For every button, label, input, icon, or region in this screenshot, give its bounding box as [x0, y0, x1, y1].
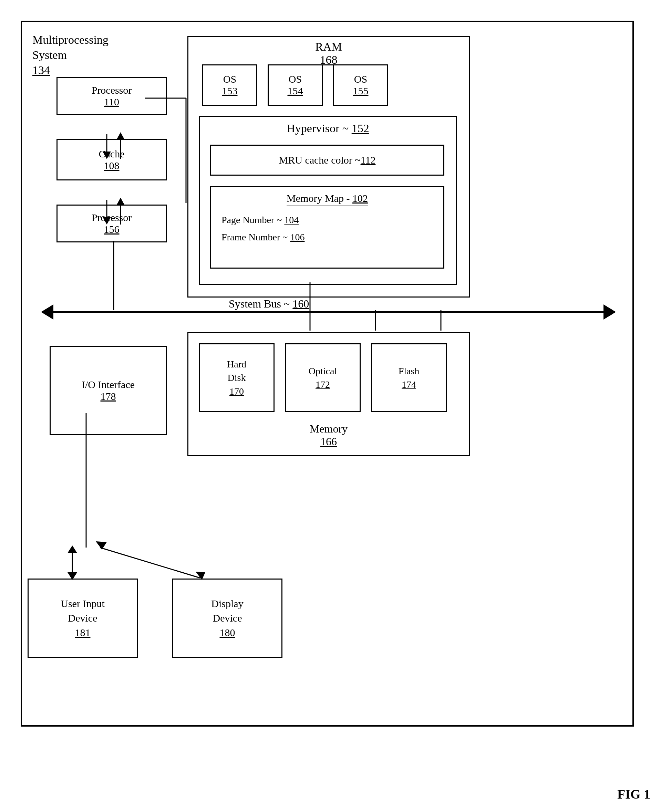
- os-box-154: OS 154: [267, 65, 323, 106]
- flash-box: Flash 174: [371, 343, 447, 412]
- mru-box: MRU cache color ~ 112: [210, 145, 444, 175]
- optical-box: Optical 172: [285, 343, 361, 412]
- mp-system-label: Multiprocessing System 134: [32, 32, 109, 78]
- cache-108-box: Cache 108: [56, 139, 167, 180]
- bus-arrow-left-icon: [41, 305, 53, 320]
- io-interface-box: I/O Interface 178: [49, 346, 167, 435]
- fig-label: FIG 1: [617, 786, 651, 802]
- memmap-title: Memory Map - 102: [286, 192, 368, 206]
- hypervisor-label: Hypervisor ~ 152: [286, 122, 369, 135]
- memmap-box: Memory Map - 102 Page Number ~ 104 Frame…: [210, 186, 444, 269]
- memmap-frame: Frame Number ~ 106: [221, 232, 305, 243]
- ram-box: RAM 168 OS 153 OS 154 OS 155: [187, 36, 470, 298]
- hard-disk-box: Hard Disk 170: [199, 343, 274, 412]
- os-row: OS 153 OS 154 OS 155: [202, 65, 388, 106]
- memmap-page: Page Number ~ 104: [221, 214, 299, 226]
- user-input-device-box: User Input Device 181: [27, 579, 138, 658]
- system-bus-line: [43, 311, 615, 313]
- system-bus-label: System Bus ~ 160: [229, 298, 309, 310]
- page: Multiprocessing System 134 RAM 168 OS 15…: [0, 0, 671, 812]
- processor-156-box: Processor 156: [56, 204, 167, 242]
- os-box-153: OS 153: [202, 65, 257, 106]
- bus-arrow-right-icon: [603, 305, 616, 320]
- memory-166-box: Memory 166 Hard Disk 170 Optical 172 Fla…: [187, 332, 470, 456]
- hypervisor-box: Hypervisor ~ 152 MRU cache color ~ 112 M…: [199, 116, 457, 285]
- os-box-155: OS 155: [333, 65, 388, 106]
- processor-110-box: Processor 110: [56, 77, 167, 115]
- display-device-box: Display Device 180: [172, 579, 283, 658]
- storage-row: Hard Disk 170 Optical 172 Flash 174: [199, 343, 447, 412]
- ram-label: RAM 168: [315, 40, 342, 66]
- memory-166-label: Memory 166: [310, 422, 347, 448]
